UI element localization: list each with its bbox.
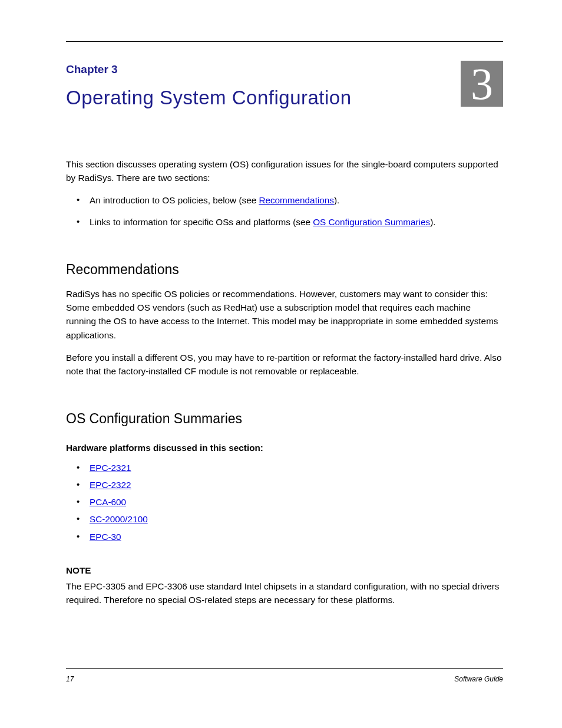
document-title: Software Guide xyxy=(454,675,503,683)
platform-link-list: EPC-2321 EPC-2322 PCA-600 SC-2000/2100 E… xyxy=(66,461,503,543)
note-block: NOTE The EPC-3305 and EPC-3306 use stand… xyxy=(66,564,503,607)
platform-item: EPC-2321 xyxy=(80,461,503,475)
epc-2321-link[interactable]: EPC-2321 xyxy=(90,463,131,473)
chapter-header: Chapter 3 Operating System Configuration… xyxy=(66,63,503,109)
os-config-summaries-heading: OS Configuration Summaries xyxy=(66,409,503,429)
recommendations-link[interactable]: Recommendations xyxy=(259,195,334,205)
note-text: The EPC-3305 and EPC-3306 use standard I… xyxy=(66,579,503,607)
platform-item: SC-2000/2100 xyxy=(80,512,503,526)
bottom-rule xyxy=(66,668,503,669)
os-config-summaries-link[interactable]: OS Configuration Summaries xyxy=(313,217,430,227)
body-content: This section discusses operating system … xyxy=(66,157,503,607)
intro-bullet-1: An introduction to OS policies, below (s… xyxy=(80,193,503,207)
intro-bullet-list: An introduction to OS policies, below (s… xyxy=(66,193,503,229)
hw-platforms-subhead: Hardware platforms discussed in this sec… xyxy=(66,441,503,454)
bullet-text-prefix: An introduction to OS policies, below (s… xyxy=(90,195,259,205)
chapter-label: Chapter 3 xyxy=(66,63,461,76)
recommendations-p2: Before you install a different OS, you m… xyxy=(66,351,503,378)
intro-bullet-2: Links to information for specific OSs an… xyxy=(80,215,503,229)
recommendations-heading: Recommendations xyxy=(66,259,503,280)
bullet-text-suffix: ). xyxy=(430,217,435,227)
platform-item: EPC-30 xyxy=(80,530,503,543)
platform-item: EPC-2322 xyxy=(80,478,503,492)
epc-2322-link[interactable]: EPC-2322 xyxy=(90,480,131,490)
note-label: NOTE xyxy=(66,564,503,577)
pca-600-link[interactable]: PCA-600 xyxy=(90,497,126,507)
top-rule xyxy=(66,41,503,42)
page-footer: 17 Software Guide xyxy=(66,668,503,683)
bullet-text-suffix: ). xyxy=(334,195,339,205)
bullet-text-prefix: Links to information for specific OSs an… xyxy=(90,217,313,227)
platform-item: PCA-600 xyxy=(80,495,503,509)
page-number: 17 xyxy=(66,675,74,683)
epc-30-link[interactable]: EPC-30 xyxy=(90,532,121,542)
recommendations-p1: RadiSys has no specific OS policies or r… xyxy=(66,287,503,342)
chapter-number-badge: 3 xyxy=(461,61,503,107)
chapter-title: Operating System Configuration xyxy=(66,87,461,109)
intro-paragraph: This section discusses operating system … xyxy=(66,157,503,185)
sc-2000-link[interactable]: SC-2000/2100 xyxy=(90,514,148,524)
